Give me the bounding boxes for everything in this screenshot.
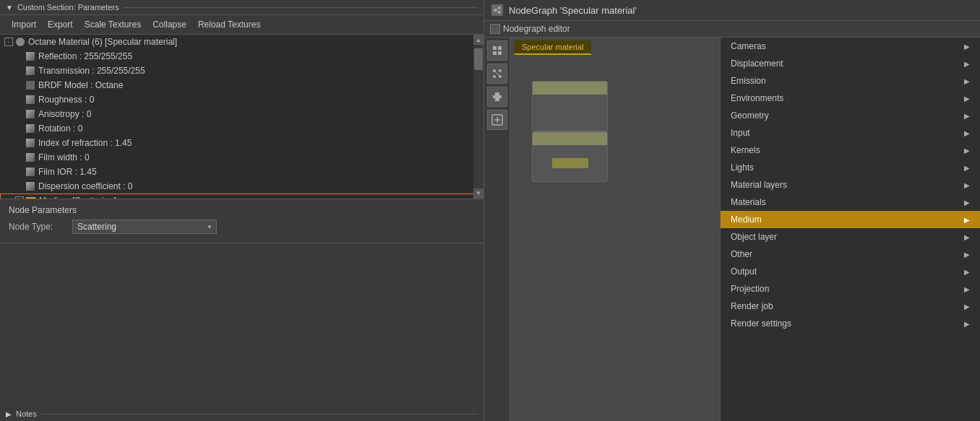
brdf-icon [25,80,35,90]
ior-label: Index of refraction : 1.45 [38,138,132,148]
filmior-icon [25,167,35,177]
tree-expand-medium[interactable]: + [15,196,24,199]
svg-rect-6 [498,46,502,50]
menu-materials[interactable]: Materials ▶ [721,194,980,211]
menu-kernels[interactable]: Kernels ▶ [721,142,980,159]
menu-render-job[interactable]: Render job ▶ [721,298,980,315]
section-header: ▼ Custom Section: Parameters [0,0,483,15]
menu-input[interactable]: Input ▶ [721,124,980,142]
menu-emission[interactable]: Emission ▶ [721,72,980,90]
specular-material-tab[interactable]: Specular material [515,40,591,55]
menu-lights[interactable]: Lights ▶ [721,159,980,176]
tree-item-reflection[interactable]: Reflection : 255/255/255 [0,49,483,64]
node-mini [552,158,588,168]
section-title: Custom Section: Parameters [17,3,119,12]
anisotropy-icon [25,109,35,119]
displacement-arrow: ▶ [964,60,970,68]
object-layer-arrow: ▶ [964,233,970,241]
node-card-1 [532,81,608,131]
sidebar-btn-4[interactable] [487,110,507,130]
tree-root-item[interactable]: - Octane Material (6) [Specular material… [0,35,483,49]
menu-displacement[interactable]: Displacement ▶ [721,55,980,72]
menu-material-layers[interactable]: Material layers ▶ [721,176,980,194]
brdf-label: BRDF Model : Octane [38,80,123,90]
graph-canvas: Specular material Cameras ▶ [510,38,980,421]
tree-container: - Octane Material (6) [Specular material… [0,35,483,199]
reflection-icon [25,51,35,61]
tree-item-rotation[interactable]: Rotation : 0 [0,121,483,136]
menu-other[interactable]: Other ▶ [721,246,980,263]
notes-arrow[interactable]: ▶ [6,410,12,418]
transmission-icon [25,66,35,76]
left-panel: ▼ Custom Section: Parameters Import Expo… [0,0,484,421]
roughness-icon [25,95,35,105]
node-type-row: Node Type: Scattering [9,220,475,234]
emission-arrow: ▶ [964,77,970,85]
right-panel: NodeGraph 'Specular material' Nodegraph … [484,0,980,421]
rotation-label: Rotation : 0 [38,123,82,134]
node-type-select[interactable]: Scattering [72,220,217,234]
collapse-arrow[interactable]: ▼ [6,4,13,12]
menu-output[interactable]: Output ▶ [721,263,980,280]
menu-geometry[interactable]: Geometry ▶ [721,107,980,124]
menu-render-settings[interactable]: Render settings ▶ [721,315,980,332]
svg-rect-7 [493,51,497,55]
other-arrow: ▶ [964,251,970,259]
left-toolbar: Import Export Scale Textures Collapse Re… [0,15,483,35]
context-menu: Cameras ▶ Displacement ▶ Emission ▶ Envi… [720,38,980,421]
menu-medium[interactable]: Medium ▶ Absorption medium [721,211,980,228]
notes-section: ▶ Notes [0,407,483,421]
tree-item-ior[interactable]: Index of refraction : 1.45 [0,136,483,150]
menu-projection[interactable]: Projection ▶ [721,280,980,298]
tree-item-dispersion[interactable]: Dispersion coefficient : 0 [0,179,483,194]
reload-textures-button[interactable]: Reload Textures [192,18,267,31]
render-settings-arrow: ▶ [964,320,970,328]
medium-label: Medium [Scattering] [39,196,116,199]
sidebar-btn-2[interactable] [487,64,507,84]
import-button[interactable]: Import [6,18,42,31]
materials-arrow: ▶ [964,199,970,207]
output-arrow: ▶ [964,268,970,276]
scroll-thumb[interactable] [474,48,483,70]
tree-item-filmwidth[interactable]: Film width : 0 [0,150,483,165]
menu-object-layer[interactable]: Object layer ▶ [721,228,980,246]
dispersion-label: Dispersion coefficient : 0 [38,181,133,191]
tree-item-transmission[interactable]: Transmission : 255/255/255 [0,64,483,78]
scroll-up[interactable]: ▲ [473,35,483,45]
reflection-label: Reflection : 255/255/255 [38,51,132,61]
geometry-arrow: ▶ [964,112,970,120]
kernels-arrow: ▶ [964,147,970,155]
menu-environments[interactable]: Environments ▶ [721,90,980,107]
medium-icon [26,196,36,199]
tree-item-brdf[interactable]: BRDF Model : Octane [0,78,483,92]
tree-expand-root[interactable]: - [4,38,13,46]
right-header-title: NodeGraph 'Specular material' [509,5,637,16]
tree-root-label: Octane Material (6) [Specular material] [28,37,177,47]
graph-sidebar [484,38,510,421]
tree-item-anisotropy[interactable]: Anisotropy : 0 [0,107,483,121]
node-card-2 [532,131,608,182]
nodegraph-editor-checkbox[interactable] [490,24,500,34]
tree-item-roughness[interactable]: Roughness : 0 [0,92,483,107]
material-layers-arrow: ▶ [964,181,970,189]
scroll-track [473,45,483,188]
sidebar-btn-1[interactable] [487,40,507,61]
tree-item-medium[interactable]: + Medium [Scattering] [0,194,483,199]
tree-item-filmior[interactable]: Film IOR : 1.45 [0,165,483,179]
right-content: Specular material Cameras ▶ [484,38,980,421]
rotation-icon [25,123,35,134]
menu-cameras[interactable]: Cameras ▶ [721,38,980,55]
nodegraph-editor-label: Nodegraph editor [503,24,570,34]
scale-textures-button[interactable]: Scale Textures [79,18,147,31]
export-button[interactable]: Export [42,18,79,31]
nodegraph-icon [491,4,503,16]
tree-scrollbar[interactable]: ▲ ▼ [473,35,483,199]
notes-line [41,414,478,415]
render-job-arrow: ▶ [964,303,970,311]
filmwidth-label: Film width : 0 [38,152,90,162]
sidebar-btn-3[interactable] [487,87,507,107]
scroll-down[interactable]: ▼ [473,188,483,199]
collapse-button[interactable]: Collapse [147,18,192,31]
medium-arrow: ▶ [964,216,970,224]
root-icon [15,37,25,47]
